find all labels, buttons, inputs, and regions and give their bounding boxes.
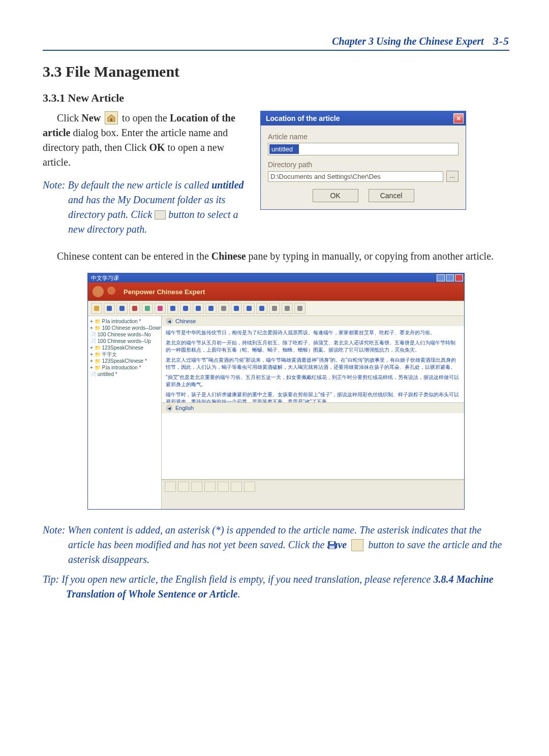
chinese-paragraph: 老北京的端午节从五月初一开始，持续到五月初五。除了吃粽子、插蒲艾、老北京人还讲究…	[166, 339, 460, 354]
paragraph-chinese-pane: Chinese content can be entered in the Ch…	[43, 249, 509, 264]
app-window: 中文学习课 Penpower Chinese Expert + 📁 P.la i…	[87, 273, 465, 510]
app-banner: Penpower Chinese Expert	[88, 282, 464, 301]
toolbar-button[interactable]	[243, 303, 255, 314]
status-button[interactable]	[165, 482, 176, 492]
running-header: Chapter 3 Using the Chinese Expert 3-5	[43, 35, 509, 51]
tree-item[interactable]: + 📁 100 Chinese words--Down	[90, 325, 159, 331]
status-button[interactable]	[191, 482, 202, 492]
svg-rect-7	[145, 306, 150, 311]
toolbar-button[interactable]	[116, 303, 128, 314]
app-statusbar	[162, 480, 464, 493]
section-heading: 3.3 File Management	[43, 63, 509, 80]
chapter-title: Chapter 3 Using the Chinese Expert	[332, 36, 483, 47]
label-directory-path: Directory path	[268, 161, 459, 169]
svg-rect-3	[94, 306, 99, 311]
svg-rect-8	[158, 306, 163, 311]
chinese-pane-header[interactable]: ◄ Chinese	[162, 316, 464, 326]
collapse-icon[interactable]: ◄	[166, 404, 173, 412]
svg-point-2	[107, 287, 115, 295]
toolbar-button[interactable]	[129, 303, 140, 314]
cancel-button[interactable]: Cancel	[369, 189, 414, 202]
toolbar-button[interactable]	[142, 303, 153, 314]
svg-rect-22	[329, 546, 334, 549]
note-asterisk: Note: When content is added, an asterisk…	[43, 523, 509, 567]
svg-rect-11	[196, 306, 201, 311]
svg-rect-6	[132, 306, 137, 311]
svg-rect-15	[247, 306, 252, 311]
browse-icon: ...	[155, 210, 166, 219]
toolbar-button[interactable]	[282, 303, 293, 314]
tree-item[interactable]: + 📁 123SpeakChinese	[90, 344, 159, 351]
app-title: 中文学习课	[91, 274, 119, 282]
label-article-name: Article name	[268, 133, 459, 141]
toolbar-button[interactable]	[218, 303, 229, 314]
svg-rect-17	[272, 306, 277, 311]
chinese-paragraph: "插艾"也是老北京重要的端午习俗。五月初五这一天，妇女要佩戴红绒花，到正午时分要…	[166, 374, 460, 389]
english-pane-header[interactable]: ◄ English	[162, 403, 464, 413]
status-button[interactable]	[178, 482, 189, 492]
close-icon[interactable]: ×	[453, 113, 464, 123]
svg-rect-18	[285, 306, 290, 311]
tree-item[interactable]: 📄 100 Chinese words--Up	[90, 338, 159, 344]
article-name-field[interactable]: untitled	[269, 144, 299, 154]
chinese-paragraph: 端午节是中华民族传统节日，相传是为了纪念爱国诗人屈原而设。每逢端午，家家都要挂艾…	[166, 329, 460, 337]
svg-rect-16	[259, 306, 264, 311]
location-dialog: Location of the article × Article name u…	[260, 111, 466, 210]
directory-path-field[interactable]	[268, 171, 443, 182]
toolbar-button[interactable]	[256, 303, 267, 314]
svg-rect-21	[330, 542, 334, 544]
status-button[interactable]	[231, 482, 242, 492]
article-tree[interactable]: + 📁 P.la introduction *+ 📁 100 Chinese w…	[88, 316, 162, 509]
toolbar-button[interactable]	[205, 303, 217, 314]
note-default-article: Note: By default the new article is call…	[43, 178, 246, 237]
status-button[interactable]	[218, 482, 229, 492]
dialog-title: Location of the article	[266, 114, 340, 122]
banner-decoration-icon	[91, 284, 118, 299]
toolbar-button[interactable]	[231, 303, 242, 314]
tree-item[interactable]: 📄 100 Chinese words--No	[90, 331, 159, 338]
chinese-paragraph: 老北京人过端午节"喝点黄酒的习俗"那说来，端午节喝雄黄酒最提神"强身"的。在"白…	[166, 357, 460, 371]
svg-rect-0	[110, 118, 112, 121]
toolbar-button[interactable]	[167, 303, 178, 314]
subsection-heading: 3.3.1 New Article	[43, 91, 509, 105]
toolbar-button[interactable]	[193, 303, 204, 314]
svg-rect-19	[297, 306, 302, 311]
toolbar-button[interactable]	[155, 303, 166, 314]
tree-item[interactable]: 📄 untitled *	[90, 371, 159, 377]
app-toolbar	[88, 301, 464, 316]
tree-item[interactable]: + 📁 123SpeakChinese *	[90, 358, 159, 364]
chinese-paragraph: 端午节时，孩子是人们祈求健康避邪的重中之重。女孩要在剪前留上"缲子"，据说这种用…	[166, 391, 460, 403]
status-button[interactable]	[244, 482, 255, 492]
svg-rect-13	[221, 306, 226, 311]
new-icon	[105, 111, 118, 124]
toolbar-button[interactable]	[91, 303, 102, 314]
tree-item[interactable]: + 📁 P.la introduction *	[90, 318, 159, 325]
toolbar-button[interactable]	[104, 303, 115, 314]
ok-button[interactable]: OK	[313, 189, 358, 202]
toolbar-button[interactable]	[269, 303, 280, 314]
save-icon	[351, 539, 363, 551]
tree-item[interactable]: + 📁 千字文	[90, 351, 159, 358]
toolbar-button[interactable]	[294, 303, 306, 314]
page-number: 3-5	[493, 35, 509, 48]
svg-rect-10	[183, 306, 188, 311]
paragraph-new-article: Click New to open the Location of the ar…	[43, 111, 246, 170]
svg-rect-12	[208, 306, 214, 311]
svg-rect-14	[234, 306, 239, 311]
svg-rect-5	[119, 306, 125, 311]
english-pane-body[interactable]	[162, 413, 464, 479]
maximize-icon[interactable]	[446, 274, 454, 281]
svg-rect-9	[170, 306, 175, 311]
svg-point-1	[93, 286, 104, 297]
browse-button[interactable]: ...	[446, 171, 459, 182]
svg-rect-4	[107, 306, 112, 311]
minimize-icon[interactable]	[437, 274, 445, 281]
toolbar-button[interactable]	[180, 303, 191, 314]
chinese-pane-body[interactable]: 端午节是中华民族传统节日，相传是为了纪念爱国诗人屈原而设。每逢端午，家家都要挂艾…	[162, 326, 464, 402]
tree-item[interactable]: + 📁 P.la introduction *	[90, 364, 159, 371]
status-button[interactable]	[204, 482, 216, 492]
close-icon[interactable]	[455, 274, 463, 281]
collapse-icon[interactable]: ◄	[166, 318, 173, 325]
tip-translation: Tip: If you open new article, the Englis…	[43, 572, 509, 602]
